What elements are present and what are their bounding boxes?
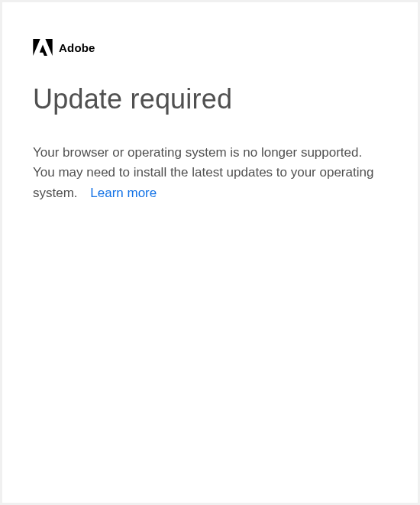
learn-more-link[interactable]: Learn more	[90, 186, 157, 200]
brand-header: Adobe	[33, 39, 387, 56]
message-text: Your browser or operating system is no l…	[33, 143, 387, 203]
brand-name: Adobe	[59, 41, 95, 54]
page-title: Update required	[33, 83, 387, 115]
adobe-logo-icon	[33, 39, 53, 56]
message-body: Your browser or operating system is no l…	[33, 145, 373, 200]
main-container: Adobe Update required Your browser or op…	[2, 2, 418, 503]
